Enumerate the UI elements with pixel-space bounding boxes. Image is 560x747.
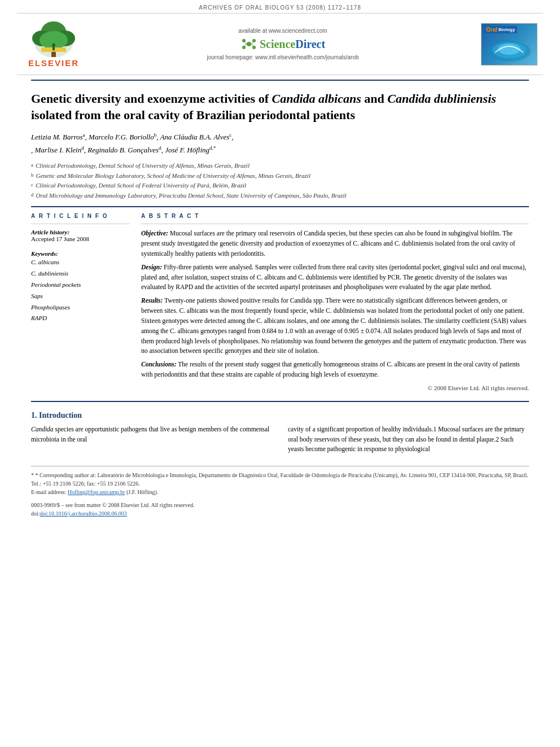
footnote-email-link[interactable]: Hofling@fop.unicamp.br	[68, 489, 125, 495]
affil-sup-c: c	[31, 181, 33, 191]
affil-text-a: Clinical Periodontology, Dental School o…	[36, 161, 250, 171]
abstract-col: A B S T R A C T Objective: Mucosal surfa…	[141, 213, 529, 392]
svg-point-8	[52, 43, 55, 47]
footnote-star-icon: *	[31, 472, 36, 478]
kw-albicans: C. albicans	[31, 257, 130, 268]
svg-line-17	[244, 44, 247, 46]
footnote-email-label: E-mail address:	[31, 489, 68, 495]
title-divider-top	[31, 80, 529, 81]
svg-line-18	[251, 44, 254, 46]
abstract-results-para: Results: Twenty-one patients showed posi…	[141, 296, 529, 356]
affil-sup-a: a	[31, 161, 33, 171]
footnote-corresponding: * * Corresponding author at: Laboratório…	[31, 471, 529, 488]
history-label: Article history:	[31, 229, 130, 235]
doi-link[interactable]: doi:10.1016/j.archoralbio.2008.06.003	[40, 510, 127, 517]
affil-text-d: Oral Microbiology and Immunology Laborat…	[36, 191, 347, 201]
article-info-col: A R T I C L E I N F O Article history: A…	[31, 213, 130, 392]
design-text: Fifty-three patients were analysed. Samp…	[141, 264, 526, 291]
article-title: Genetic diversity and exoenzyme activiti…	[31, 91, 529, 123]
article-history: Article history: Accepted 17 June 2008	[31, 229, 130, 242]
author2b: , Reginaldo B. Gonçalves	[84, 146, 159, 154]
available-text: available at www.sciencedirect.com	[238, 28, 327, 34]
kw-rapd: RAPD	[31, 313, 130, 324]
kw-phospholipases: Phospholipases	[31, 302, 130, 313]
journal-header: ARCHIVES OF ORAL BIOLOGY 53 (2008) 1172–…	[0, 0, 560, 13]
intro-title: Introduction	[39, 411, 82, 420]
objective-label: Objective:	[141, 230, 168, 237]
history-accepted: Accepted 17 June 2008	[31, 235, 130, 242]
direct-text: Direct	[295, 38, 325, 50]
intro-candida-left: Candida	[31, 426, 54, 433]
top-banner: ELSEVIER available at www.sciencedirect.…	[17, 13, 543, 75]
results-label: Results:	[141, 297, 163, 304]
author2c-sup: d,*	[209, 145, 216, 151]
abstract-objective-para: Objective: Mucosal surfaces are the prim…	[141, 229, 529, 259]
elsevier-logo: ELSEVIER	[17, 18, 90, 70]
abstract-divider	[141, 224, 529, 224]
intro-heading: 1. Introduction	[31, 411, 529, 420]
elsevier-text: ELSEVIER	[28, 58, 79, 68]
intro-number: 1.	[31, 411, 37, 420]
abstract-conclusions-para: Conclusions: The results of the present …	[141, 360, 529, 380]
abstract-design-para: Design: Fifty-three patients were analys…	[141, 263, 529, 292]
intro-right: cavity of a significant proportion of he…	[288, 425, 529, 455]
affil-sup-d: d	[31, 191, 34, 201]
kw-saps: Saps	[31, 291, 130, 302]
main-content: Genetic diversity and exoenzyme activiti…	[0, 80, 560, 518]
affil-text-c: Clinical Periodontology, Dental School o…	[36, 181, 246, 191]
affil-line-d: d Oral Microbiology and Immunology Labor…	[31, 191, 529, 201]
sciencedirect-logo: ScienceDirect	[240, 37, 325, 51]
affil-line-b: b Genetic and Molecular Biology Laborato…	[31, 171, 529, 181]
author1: Letizia M. Barros	[31, 133, 83, 142]
bio-text: Biology	[498, 27, 515, 32]
article-info-label: A R T I C L E I N F O	[31, 213, 130, 219]
title-part2: and	[361, 91, 387, 106]
authors: Letizia M. Barrosa, Marcelo F.G. Borioll…	[31, 131, 529, 156]
abstract-label: A B S T R A C T	[141, 213, 529, 219]
conclusions-text: The results of the present study suggest…	[141, 361, 520, 378]
intro-body: Candida species are opportunistic pathog…	[31, 425, 529, 455]
doi-label: doi:	[31, 510, 40, 517]
conclusions-label: Conclusions:	[141, 361, 177, 368]
oral-text: Oral	[486, 27, 497, 33]
svg-rect-9	[53, 47, 55, 50]
introduction-section: 1. Introduction Candida species are oppo…	[31, 411, 529, 455]
intro-left: Candida species are opportunistic pathog…	[31, 425, 272, 455]
body-divider-top	[31, 401, 529, 402]
info-divider	[31, 224, 130, 224]
footnote-email: E-mail address: Hofling@fop.unicamp.br (…	[31, 488, 529, 496]
footnotes: * * Corresponding author at: Laboratório…	[31, 466, 529, 518]
science-text: Science	[260, 38, 295, 50]
affil-line-c: c Clinical Periodontology, Dental School…	[31, 181, 529, 191]
results-text: Twenty-one patients showed positive resu…	[141, 297, 526, 354]
center-info: available at www.sciencedirect.com Scien…	[90, 18, 475, 70]
affil-sup-b: b	[31, 171, 34, 181]
author1b: , Marcelo F.G. Boriollo	[85, 133, 154, 142]
sciencedirect-molecule-icon	[240, 37, 257, 51]
oral-bio-image: Oral Biology	[481, 23, 537, 65]
oral-bio-graphic-icon	[484, 34, 535, 63]
bottom-line1: 0003-9969/$ – see front matter © 2008 El…	[31, 501, 529, 509]
affiliations: a Clinical Periodontology, Dental School…	[31, 161, 529, 200]
author2c: , José F. Höfling	[161, 146, 209, 154]
content-divider	[31, 206, 529, 207]
title-part3: isolated from the oral cavity of Brazili…	[31, 108, 355, 122]
keywords-section: Keywords: C. albicans C. dubliniensis Pe…	[31, 250, 130, 324]
kw-dubliniensis: C. dubliniensis	[31, 268, 130, 279]
title-part1: Genetic diversity and exoenzyme activiti…	[31, 91, 272, 106]
bottom-bar: 0003-9969/$ – see front matter © 2008 El…	[31, 501, 529, 518]
oral-biology-logo: Oral Biology	[475, 18, 543, 70]
svg-line-15	[244, 42, 247, 44]
author1c: , Ana Cláudia B.A. Alves	[156, 133, 229, 142]
svg-point-10	[247, 42, 251, 46]
title-candida-albicans: Candida albicans	[272, 91, 361, 106]
kw-periodontal: Periodontal pockets	[31, 279, 130, 291]
objective-text: Mucosal surfaces are the primary oral re…	[141, 230, 515, 257]
sciencedirect-text: ScienceDirect	[260, 38, 325, 51]
copyright: © 2008 Elsevier Ltd. All rights reserved…	[141, 383, 529, 393]
oral-bio-badge: Oral Biology	[484, 26, 517, 33]
footnote-star-text: * Corresponding author at: Laboratório d…	[31, 472, 528, 487]
abstract-section: Objective: Mucosal surfaces are the prim…	[141, 229, 529, 392]
footnote-email-suffix: (J.F. Höfling).	[125, 489, 158, 495]
svg-point-21	[498, 43, 520, 55]
